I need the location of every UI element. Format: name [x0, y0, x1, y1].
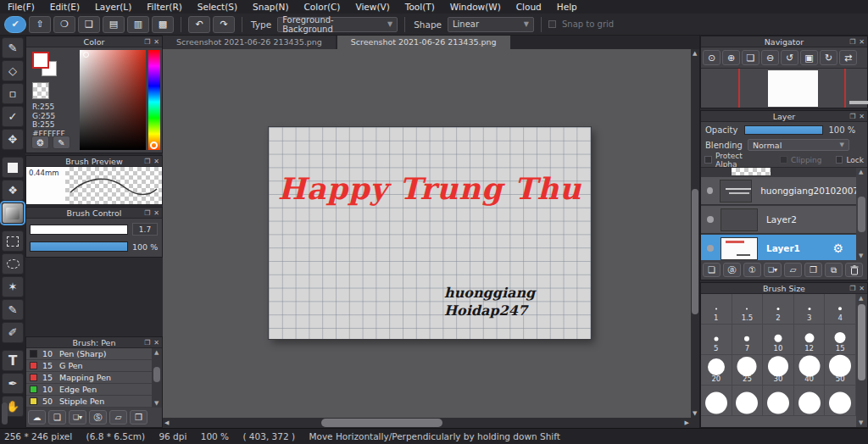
move-tool[interactable]: ✥: [2, 129, 24, 150]
gradient-tool[interactable]: [2, 203, 24, 224]
scroll-left-icon[interactable]: ◀: [164, 419, 169, 426]
scroll-up-icon[interactable]: ▲: [154, 349, 159, 356]
brush-size-option[interactable]: 25: [732, 355, 764, 386]
brush-size-option[interactable]: 40: [794, 355, 826, 386]
scroll-down-icon[interactable]: ▼: [154, 400, 159, 407]
lock-checkbox[interactable]: [836, 156, 843, 164]
flip-button[interactable]: ⇄: [839, 50, 857, 65]
color-picker-button[interactable]: ✎: [53, 136, 70, 149]
rotate-right-button[interactable]: ↻: [820, 50, 837, 65]
add-brush-button[interactable]: ❏: [48, 410, 66, 425]
protect-alpha-checkbox[interactable]: [704, 156, 712, 164]
brush-size-option[interactable]: [794, 386, 826, 416]
navigator-preview[interactable]: [701, 68, 867, 108]
hue-cursor[interactable]: [150, 142, 158, 149]
scroll-thumb[interactable]: [858, 197, 865, 232]
eraser-tool[interactable]: ◇: [2, 60, 24, 81]
add-1bit-layer-button[interactable]: ①: [743, 263, 761, 277]
scroll-down-icon[interactable]: ▼: [693, 410, 697, 417]
brush-size-option[interactable]: 20: [701, 355, 732, 386]
gradient-shape-dropdown[interactable]: Linear ▼: [448, 17, 534, 32]
reset-rotation-button[interactable]: ▣: [800, 50, 818, 65]
close-icon[interactable]: ✕: [859, 283, 865, 294]
menu-edit[interactable]: Edit(E): [42, 0, 87, 14]
brush-list-scrollbar[interactable]: ▲ ▼: [152, 348, 162, 408]
brush-folder-button[interactable]: ▱: [109, 410, 127, 425]
brush-row[interactable]: 15 Mapping Pen: [26, 372, 152, 384]
fit-screen-button[interactable]: ❏: [742, 50, 760, 65]
scroll-thumb[interactable]: [692, 189, 698, 314]
close-icon[interactable]: ✕: [153, 156, 159, 167]
detach-icon[interactable]: ❐: [849, 283, 855, 294]
layer-row[interactable]: Layer2: [701, 206, 859, 234]
brush-size-option[interactable]: 7: [732, 325, 764, 355]
canvas-viewport[interactable]: Happy Trung Thu huonggiang Hoidap247: [163, 49, 691, 418]
brush-row[interactable]: 10 Pen (Sharp): [26, 348, 152, 360]
opacity-slider[interactable]: [744, 125, 823, 135]
clipping-checkbox[interactable]: [780, 156, 787, 164]
tools-scrollbar[interactable]: [2, 402, 8, 425]
close-icon[interactable]: ✕: [153, 337, 159, 348]
scroll-right-icon[interactable]: ▶: [685, 419, 689, 426]
menu-select[interactable]: Select(S): [190, 0, 245, 14]
layer-list-scrollbar[interactable]: ▲ ▼: [856, 168, 867, 260]
undo-button[interactable]: ↶: [188, 16, 210, 33]
scroll-thumb[interactable]: [858, 304, 865, 380]
merge-layer-button[interactable]: ⧉: [825, 263, 843, 277]
document-tab[interactable]: Screenshot 2021-06-26 213435.png: [163, 36, 336, 49]
palette-button[interactable]: ❂: [31, 136, 49, 149]
brush-tool[interactable]: ✎: [2, 37, 24, 58]
detach-icon[interactable]: ❐: [849, 111, 855, 122]
magic-wand-tool[interactable]: ✶: [2, 276, 24, 297]
detach-icon[interactable]: ❐: [144, 156, 150, 167]
select-tool[interactable]: [2, 230, 24, 252]
dot-tool[interactable]: ▫: [2, 83, 24, 104]
brush-size-scrollbar[interactable]: ▲ ▼: [856, 294, 867, 427]
add-layer-menu-button[interactable]: ❏▾: [764, 263, 782, 277]
document-button[interactable]: ▤: [103, 16, 125, 33]
brush-size-option[interactable]: 15: [825, 325, 856, 355]
text-tool[interactable]: T: [2, 350, 24, 371]
menu-color[interactable]: Color(C): [297, 0, 348, 14]
brush-row[interactable]: 50 Stipple Pen: [26, 396, 152, 408]
scroll-down-icon[interactable]: ▼: [859, 253, 863, 259]
close-icon[interactable]: ✕: [859, 36, 865, 47]
foreground-color-swatch[interactable]: [32, 52, 49, 69]
brush-width-slider[interactable]: [30, 225, 128, 235]
close-icon[interactable]: ✕: [153, 36, 159, 47]
horizontal-scrollbar[interactable]: ◀ ▶: [163, 418, 691, 428]
script-brush-button[interactable]: Ⓢ: [89, 410, 107, 425]
menu-help[interactable]: Help: [549, 0, 585, 14]
saturation-value-square[interactable]: [80, 50, 146, 150]
duplicate-brush-button[interactable]: ❐: [130, 410, 147, 425]
scroll-down-icon[interactable]: ▼: [859, 419, 863, 426]
cloud-brushes-button[interactable]: ☁: [28, 410, 46, 425]
document-tab-active[interactable]: Screenshot 2021-06-26 213435.png: [337, 36, 510, 49]
detach-icon[interactable]: ❐: [144, 208, 150, 219]
delete-layer-button[interactable]: [845, 263, 863, 277]
lasso-tool[interactable]: [2, 253, 24, 275]
layer-row[interactable]: huonggiang20102007: [701, 177, 859, 205]
duplicate-layer-button[interactable]: ❐: [804, 263, 822, 277]
eyedropper-tool[interactable]: ✒: [2, 373, 24, 394]
brush-size-option[interactable]: [732, 386, 764, 416]
scroll-up-icon[interactable]: ▲: [693, 50, 697, 57]
zoom-reset-button[interactable]: ⊙: [703, 50, 721, 65]
layer-settings-gear-icon[interactable]: ⚙: [832, 241, 843, 255]
navigator-thumbnail[interactable]: [768, 70, 818, 107]
menu-file[interactable]: File(F): [0, 0, 42, 14]
rotate-left-button[interactable]: ↺: [781, 50, 798, 65]
comment-button[interactable]: ❍: [53, 16, 75, 33]
brush-size-option[interactable]: 2: [763, 294, 794, 325]
scroll-thumb[interactable]: [321, 419, 442, 427]
brush-size-option[interactable]: 12: [794, 325, 826, 355]
brush-size-option[interactable]: 10: [763, 325, 794, 355]
add-8bit-layer-button[interactable]: ⓐ: [723, 263, 741, 277]
zoom-in-button[interactable]: ⊕: [722, 50, 740, 65]
brush-row[interactable]: 15 G Pen: [26, 360, 152, 372]
add-layer-button[interactable]: ❏: [703, 263, 721, 277]
menu-window[interactable]: Window(W): [442, 0, 509, 14]
brush-size-option[interactable]: 3: [794, 294, 826, 325]
grid-edit-button[interactable]: ▩: [152, 16, 174, 33]
brush-size-option[interactable]: 1: [701, 294, 732, 325]
